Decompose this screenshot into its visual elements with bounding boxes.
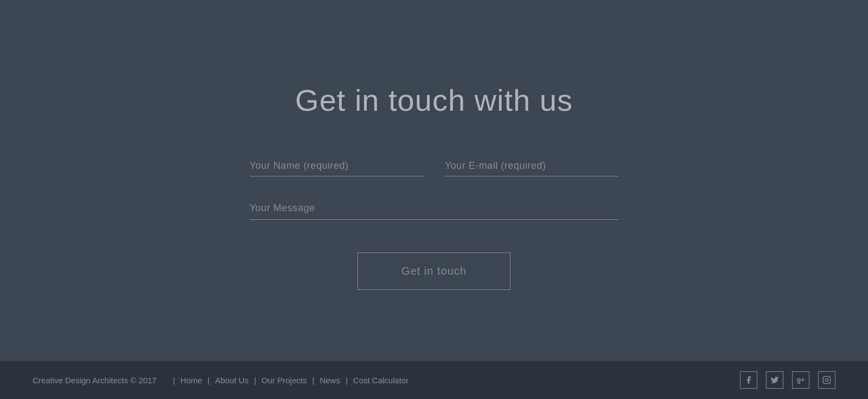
- footer-nav-our-projects[interactable]: Our Projects: [261, 376, 307, 385]
- footer-nav-cost-calculator[interactable]: Cost Calculator: [353, 376, 409, 385]
- submit-button[interactable]: Get in touch: [358, 252, 510, 290]
- email-field-wrapper: [445, 156, 618, 176]
- twitter-icon[interactable]: [766, 371, 783, 389]
- footer-left: Creative Design Architects © 2017 | Home…: [33, 376, 409, 385]
- footer-sep-3: |: [312, 376, 314, 385]
- footer-sep-0: |: [173, 376, 175, 385]
- instagram-icon[interactable]: [818, 371, 835, 389]
- name-input[interactable]: [250, 156, 423, 176]
- svg-rect-0: [823, 376, 830, 383]
- footer-sep-1: |: [208, 376, 210, 385]
- contact-form: Get in touch: [250, 156, 618, 290]
- footer-nav-home[interactable]: Home: [181, 376, 202, 385]
- svg-point-2: [828, 378, 829, 378]
- page-title: Get in touch with us: [295, 83, 573, 118]
- main-content: Get in touch with us Get in touch: [0, 0, 868, 361]
- footer-nav-news[interactable]: News: [320, 376, 340, 385]
- footer-sep-2: |: [254, 376, 256, 385]
- message-input[interactable]: [250, 198, 618, 220]
- name-field-wrapper: [250, 156, 423, 176]
- footer-sep-4: |: [346, 376, 348, 385]
- svg-point-1: [825, 378, 828, 381]
- footer-nav-about-us[interactable]: About Us: [215, 376, 249, 385]
- footer: Creative Design Architects © 2017 | Home…: [0, 361, 868, 399]
- form-row-name-email: [250, 156, 618, 176]
- footer-nav: | Home | About Us | Our Projects | News …: [168, 376, 409, 385]
- email-input[interactable]: [445, 156, 618, 176]
- footer-copyright: Creative Design Architects © 2017: [33, 376, 157, 385]
- message-field-wrapper: [250, 198, 618, 220]
- google-plus-icon[interactable]: g+: [792, 371, 809, 389]
- facebook-icon[interactable]: [740, 371, 757, 389]
- footer-social: g+: [740, 371, 835, 389]
